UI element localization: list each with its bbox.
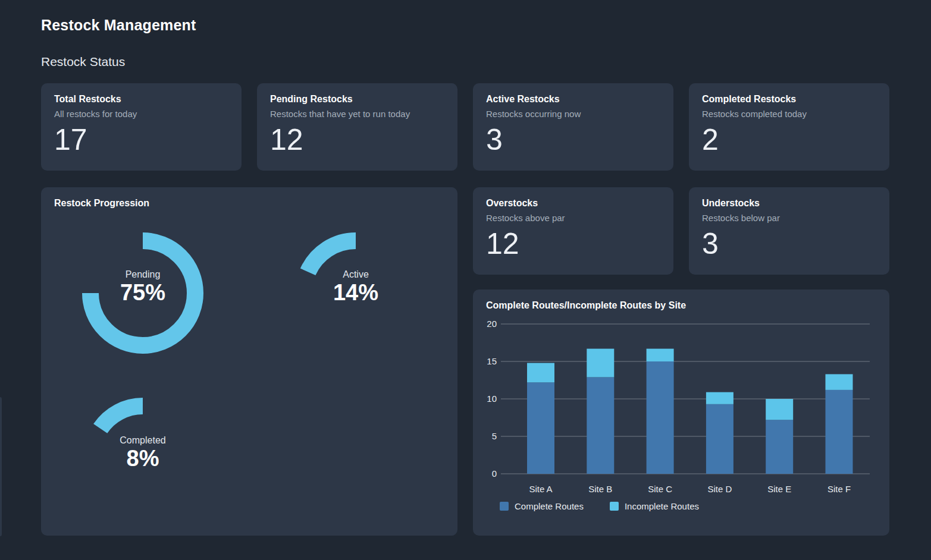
- legend-swatch-incomplete-routes: [610, 502, 619, 511]
- stat-card-subtitle: All restocks for today: [54, 109, 228, 119]
- page-title: Restock Management: [41, 17, 196, 34]
- y-tick-label-5: 5: [492, 431, 497, 441]
- donut-segment-name: Completed: [77, 435, 208, 446]
- legend-label: Incomplete Routes: [625, 501, 699, 511]
- donut-label-pending: Pending 75%: [77, 269, 208, 305]
- stat-card-subtitle: Restocks below par: [702, 213, 876, 223]
- x-category-label-site-c: Site C: [648, 484, 672, 494]
- donut-segment-name: Active: [290, 269, 421, 280]
- bar-incomplete-routes-site-e: [766, 399, 793, 420]
- stat-card-value: 12: [270, 125, 444, 155]
- donut-segment-percent: 8%: [77, 447, 208, 471]
- stat-card-title: Active Restocks: [486, 94, 660, 105]
- stat-card-pending-restocks: Pending Restocks Restocks that have yet …: [257, 83, 457, 171]
- donut-label-completed: Completed 8%: [77, 435, 208, 471]
- legend-item-complete-routes[interactable]: Complete Routes: [500, 501, 584, 511]
- bar-incomplete-routes-site-b: [587, 349, 614, 377]
- stat-card-understocks: Understocks Restocks below par 3: [689, 187, 889, 275]
- donut-segment-percent: 75%: [77, 281, 208, 305]
- legend-item-incomplete-routes[interactable]: Incomplete Routes: [610, 501, 699, 511]
- routes-by-site-bar-chart: 05101520Site ASite BSite CSite DSite ESi…: [473, 290, 889, 536]
- bar-complete-routes-site-c: [647, 361, 674, 474]
- stat-card-value: 2: [702, 125, 876, 155]
- x-category-label-site-b: Site B: [588, 484, 612, 494]
- bar-incomplete-routes-site-d: [706, 392, 733, 404]
- stat-card-title: Completed Restocks: [702, 94, 876, 105]
- legend-swatch-complete-routes: [500, 502, 509, 511]
- y-tick-label-10: 10: [487, 394, 497, 404]
- x-category-label-site-a: Site A: [529, 484, 552, 494]
- routes-by-site-card: Complete Routes/Incomplete Routes by Sit…: [473, 290, 889, 536]
- x-category-label-site-d: Site D: [707, 484, 732, 494]
- bar-complete-routes-site-a: [527, 382, 554, 474]
- restock-progression-card: Restock Progression Pending 75% Active 1…: [41, 187, 457, 536]
- stat-card-completed-restocks: Completed Restocks Restocks completed to…: [689, 83, 889, 171]
- stat-card-active-restocks: Active Restocks Restocks occurring now 3: [473, 83, 673, 171]
- stat-card-subtitle: Restocks completed today: [702, 109, 876, 119]
- donut-arc-active: [308, 241, 356, 272]
- stat-card-value: 3: [702, 229, 876, 259]
- donut-segment-percent: 14%: [290, 281, 421, 305]
- stat-card-value: 12: [486, 229, 660, 259]
- left-edge-panel-sliver: [0, 397, 2, 536]
- bar-complete-routes-site-b: [587, 377, 614, 474]
- restock-progression-title: Restock Progression: [54, 198, 149, 209]
- stat-card-value: 17: [54, 125, 228, 155]
- stat-card-title: Understocks: [702, 198, 876, 209]
- stat-card-subtitle: Restocks that have yet to run today: [270, 109, 444, 119]
- restock-dashboard: Restock Management Restock Status Total …: [0, 0, 931, 560]
- bar-incomplete-routes-site-f: [826, 374, 853, 389]
- donut-arc-completed: [101, 406, 143, 429]
- donut-segment-name: Pending: [77, 269, 208, 280]
- bar-complete-routes-site-e: [766, 420, 793, 474]
- restock-progression-donut-chart: [41, 187, 457, 536]
- stat-card-title: Overstocks: [486, 198, 660, 209]
- routes-chart-title: Complete Routes/Incomplete Routes by Sit…: [486, 300, 686, 311]
- stat-card-subtitle: Restocks above par: [486, 213, 660, 223]
- x-category-label-site-f: Site F: [827, 484, 851, 494]
- legend-label: Complete Routes: [515, 501, 584, 511]
- y-tick-label-0: 0: [492, 468, 497, 479]
- bar-complete-routes-site-f: [826, 390, 853, 474]
- stat-card-title: Pending Restocks: [270, 94, 444, 105]
- y-tick-label-15: 15: [487, 356, 497, 366]
- stat-card-title: Total Restocks: [54, 94, 228, 105]
- stat-card-overstocks: Overstocks Restocks above par 12: [473, 187, 673, 275]
- section-title: Restock Status: [41, 55, 125, 69]
- bar-incomplete-routes-site-a: [527, 363, 554, 383]
- bar-complete-routes-site-d: [706, 404, 733, 474]
- x-category-label-site-e: Site E: [767, 484, 791, 494]
- chart-legend: Complete Routes Incomplete Routes: [500, 501, 699, 511]
- stat-card-subtitle: Restocks occurring now: [486, 109, 660, 119]
- bar-incomplete-routes-site-c: [647, 349, 674, 361]
- stat-card-value: 3: [486, 125, 660, 155]
- stat-card-total-restocks: Total Restocks All restocks for today 17: [41, 83, 242, 171]
- donut-label-active: Active 14%: [290, 269, 421, 305]
- y-tick-label-20: 20: [487, 319, 497, 329]
